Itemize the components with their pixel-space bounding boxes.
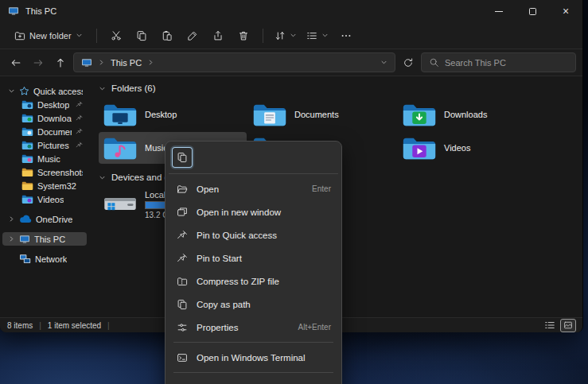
new-folder-button[interactable]: New folder: [8, 25, 89, 47]
breadcrumb-this-pc[interactable]: This PC: [111, 58, 142, 68]
sidebar-gap: [0, 226, 89, 232]
folder-tile-label: Downloads: [444, 110, 487, 119]
folder-tile-label: Videos: [444, 143, 470, 153]
large-icons-view-toggle[interactable]: [561, 320, 575, 332]
sidebar-item-desktop[interactable]: Desktop: [2, 98, 87, 111]
menu-item-label: Open: [197, 184, 304, 194]
zip-folder-icon: [176, 276, 189, 287]
copy-button[interactable]: [130, 25, 154, 47]
menu-item-open-in-windows-terminal[interactable]: Open in Windows Terminal: [169, 346, 338, 369]
sidebar-item-label: Desktop: [37, 100, 69, 110]
chevron-right-icon: [98, 59, 105, 66]
menu-item-open[interactable]: Open Enter: [169, 177, 338, 200]
menu-item-label: Compress to ZIP file: [197, 277, 323, 286]
details-view-toggle[interactable]: [543, 320, 557, 332]
downloads-folder-icon: [21, 113, 33, 123]
folder-icon: [21, 180, 33, 191]
new-folder-icon: [14, 30, 25, 41]
videos-folder-icon: [402, 134, 437, 162]
search-input[interactable]: [445, 58, 568, 68]
sort-button[interactable]: [271, 25, 301, 47]
desktop-folder-icon: [103, 101, 138, 129]
menu-item-properties[interactable]: Properties Alt+Enter: [169, 316, 338, 339]
window-title: This PC: [25, 6, 56, 16]
back-button[interactable]: [6, 53, 25, 72]
more-options-icon: [341, 30, 352, 41]
sidebar-item-documents[interactable]: Documents: [2, 125, 87, 138]
refresh-button[interactable]: [399, 53, 418, 72]
share-button[interactable]: [206, 25, 230, 47]
sidebar-item-label: Music: [37, 154, 60, 164]
menu-item-label: Open in new window: [197, 208, 323, 217]
close-button[interactable]: ×: [549, 0, 582, 22]
view-icon: [306, 30, 317, 41]
navigation-pane: Quick access Desktop Downloads Documents…: [0, 76, 89, 317]
documents-folder-icon: [252, 101, 287, 129]
view-button[interactable]: [302, 25, 333, 47]
folder-tile-desktop[interactable]: Desktop: [99, 99, 247, 130]
minimize-icon: [495, 11, 503, 12]
paste-icon: [162, 30, 173, 41]
sidebar-item-label: Quick access: [33, 87, 83, 96]
folders-section-header[interactable]: Folders (6): [99, 81, 582, 95]
folder-tile-documents[interactable]: Documents: [248, 99, 396, 130]
sidebar-gap: [0, 246, 89, 252]
address-bar[interactable]: This PC: [73, 52, 395, 72]
context-menu-quick-actions: [169, 145, 338, 174]
sidebar-item-system32[interactable]: System32: [2, 179, 87, 192]
pin-icon: [176, 230, 189, 241]
sidebar-item-label: Screenshots: [37, 168, 83, 177]
paste-button[interactable]: [155, 25, 179, 47]
folder-tile-videos[interactable]: Videos: [398, 132, 546, 164]
copy-icon: [177, 152, 188, 163]
properties-icon: [176, 322, 189, 333]
search-box[interactable]: [421, 52, 576, 72]
chevron-right-icon: [147, 59, 154, 66]
pin-icon: [176, 253, 189, 264]
pin-icon: [76, 128, 83, 135]
section-title: Folders (6): [111, 83, 156, 93]
folder-tile-downloads[interactable]: Downloads: [398, 99, 546, 130]
menu-item-copy-as-path[interactable]: Copy as path: [169, 293, 338, 316]
up-button[interactable]: [51, 53, 70, 72]
desktop-folder-icon: [21, 99, 33, 110]
minimize-button[interactable]: [482, 0, 516, 22]
menu-item-shortcut: Alt+Enter: [298, 323, 331, 332]
menu-item-show-more-options[interactable]: Show more options Shift+F10: [169, 376, 338, 384]
forward-button[interactable]: [29, 53, 48, 72]
sidebar-item-videos[interactable]: Videos: [2, 192, 87, 206]
cut-button[interactable]: [104, 25, 128, 47]
menu-item-label: Open in Windows Terminal: [197, 353, 323, 363]
selection-count: 1 item selected: [48, 321, 101, 330]
menu-item-label: Pin to Quick access: [197, 231, 323, 240]
rename-button[interactable]: [181, 25, 204, 47]
copy-icon-button[interactable]: [172, 147, 193, 168]
menu-item-compress-to-zip[interactable]: Compress to ZIP file: [169, 270, 338, 293]
sidebar-item-downloads[interactable]: Downloads: [2, 111, 87, 125]
more-options-button[interactable]: [334, 25, 358, 47]
menu-item-pin-to-start[interactable]: Pin to Start: [169, 246, 338, 270]
sidebar-item-onedrive[interactable]: OneDrive: [2, 212, 87, 226]
sidebar-item-network[interactable]: Network: [2, 252, 87, 266]
menu-item-pin-to-quick-access[interactable]: Pin to Quick access: [169, 223, 338, 246]
pin-icon: [76, 101, 83, 108]
sidebar-item-quick-access[interactable]: Quick access: [2, 84, 87, 98]
menu-item-open-in-new-window[interactable]: Open in new window: [169, 200, 338, 223]
items-count: 8 items: [7, 321, 33, 330]
delete-button[interactable]: [232, 25, 255, 47]
titlebar[interactable]: This PC ×: [0, 0, 582, 22]
sidebar-item-music[interactable]: Music: [2, 152, 87, 165]
sidebar-item-label: Documents: [37, 127, 72, 137]
menu-item-shortcut: Enter: [312, 184, 331, 193]
sidebar-item-this-pc[interactable]: This PC: [2, 232, 87, 246]
cut-icon: [111, 30, 122, 41]
sidebar-item-pictures[interactable]: Pictures: [2, 138, 87, 152]
folder-tile-label: Documents: [294, 110, 339, 119]
status-divider: |: [107, 321, 110, 330]
maximize-button[interactable]: [516, 0, 549, 22]
sidebar-item-screenshots[interactable]: Screenshots: [2, 165, 87, 179]
onedrive-cloud-icon: [19, 215, 32, 223]
address-dropdown-icon[interactable]: [380, 59, 387, 66]
chevron-right-icon: [7, 235, 15, 242]
quick-access-icon: [19, 86, 29, 96]
